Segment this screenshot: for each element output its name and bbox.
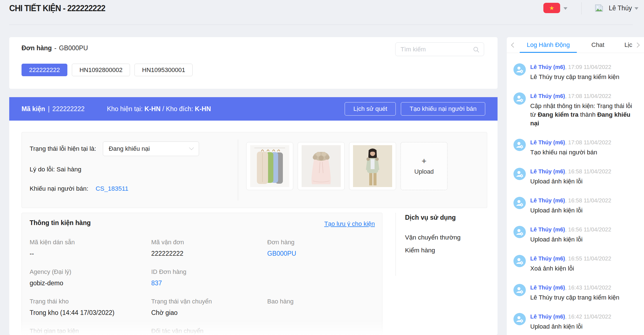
search-input[interactable] <box>396 43 484 56</box>
error-status-select[interactable]: Đang khiếu nại <box>103 142 199 156</box>
user-gear-avatar-icon <box>513 168 526 180</box>
log-body: Lê Thúy (m6), 16:58 11/04/2022 Upload ản… <box>530 197 639 215</box>
info-field-value: Trong kho (14:44 17/03/2022) <box>30 309 151 317</box>
order-package-tabs: 222222222HN1092800002HN1095300001 <box>22 64 193 76</box>
sidebar-tab[interactable]: Log Hành Động <box>520 37 577 53</box>
create-seller-claim-button[interactable]: Tạo khiếu nại người bán <box>401 102 485 116</box>
services-title: Dịch vụ sử dụng <box>405 214 482 221</box>
sidebar-tab[interactable]: Chat <box>583 37 613 53</box>
order-card: Đơn hàng-GB000PU 222222222HN1092800002HN… <box>9 37 498 89</box>
activity-log-list: Lê Thúy (m6), 17:09 11/04/2022 Lê Thúy t… <box>507 53 644 335</box>
info-field-label: Đơn hàng <box>267 239 377 246</box>
service-item: Kiểm hàng <box>405 247 482 254</box>
user-gear-avatar-icon <box>513 63 526 76</box>
log-head: Lê Thúy (m6), 16:42 11/04/2022 <box>530 313 639 320</box>
log-message: Xoá ảnh kiện lỗi <box>530 264 639 273</box>
flag-caret-icon <box>564 7 567 10</box>
log-timestamp: , 16:56 11/04/2022 <box>565 226 611 233</box>
log-user-name: Lê Thúy (m6) <box>530 93 565 99</box>
info-row: Agency (Đại lý)gobiz-demoID Đơn hàng837 <box>30 268 377 288</box>
vertical-divider <box>238 140 238 200</box>
scan-history-button[interactable]: Lịch sử quét <box>345 102 396 116</box>
log-entry: Lê Thúy (m6), 16:43 11/04/2022 Lê Thúy t… <box>513 284 639 302</box>
order-package-tab[interactable]: HN1092800002 <box>72 64 130 76</box>
order-package-tab[interactable]: 222222222 <box>22 64 67 76</box>
info-field: Thời gian tạo kiện <box>30 327 151 335</box>
info-field <box>267 327 377 335</box>
log-timestamp: , 16:58 11/04/2022 <box>565 168 611 174</box>
package-error-photo-3[interactable] <box>349 142 396 190</box>
search-box[interactable] <box>395 42 484 56</box>
log-entry: Lê Thúy (m6), 16:58 11/04/2022 Upload ản… <box>513 197 639 215</box>
sidebar-tabbar: Log Hành ĐộngChatLịc <box>507 37 644 53</box>
info-field-value: gobiz-demo <box>30 279 151 288</box>
info-field: Đơn hàngGB000PU <box>267 239 377 258</box>
info-row: Trạng thái khoTrong kho (14:44 17/03/202… <box>30 298 377 317</box>
log-message: Upload ảnh kiện lỗi <box>530 206 639 215</box>
package-info-grid: Mã kiện dán sẵn--Mã vận đơn222222222Đơn … <box>30 239 377 335</box>
log-timestamp: , 17:09 11/04/2022 <box>565 64 611 70</box>
log-entry: Lê Thúy (m6), 16:56 11/04/2022 Upload ản… <box>513 226 639 244</box>
info-field-label: Mã vận đơn <box>151 239 267 246</box>
log-message: Upload ảnh kiện lỗi <box>530 177 639 186</box>
chevron-down-icon <box>189 145 194 150</box>
log-body: Lê Thúy (m6), 16:55 11/04/2022 Xoá ảnh k… <box>530 255 639 273</box>
upload-button[interactable]: + Upload <box>401 142 448 190</box>
seller-claim-label: Khiếu nại người bán: <box>30 185 88 192</box>
log-head: Lê Thúy (m6), 17:08 11/04/2022 <box>530 139 639 146</box>
log-user-name: Lê Thúy (m6) <box>530 139 565 145</box>
order-package-tab[interactable]: HN1095300001 <box>134 64 193 76</box>
info-field: ID Đơn hàng837 <box>151 268 267 288</box>
error-status-value: Đang khiếu nại <box>109 145 150 152</box>
sidebar-tab[interactable]: Lịc <box>619 37 632 53</box>
order-label: Đơn hàng <box>22 44 52 52</box>
log-head: Lê Thúy (m6), 16:43 11/04/2022 <box>530 284 639 291</box>
info-field: Đối tác vận chuyển <box>151 327 267 335</box>
page-title: CHI TIẾT KIỆN - 222222222 <box>9 2 105 15</box>
seller-claim-link[interactable]: CS_183511 <box>96 185 128 192</box>
pink-coat-photo <box>302 145 341 187</box>
plus-icon: + <box>422 157 427 165</box>
package-detail-card: Trạng thái lỗi hiện tại là: Đang khiếu n… <box>9 121 498 335</box>
info-field-label: ID Đơn hàng <box>151 268 267 276</box>
log-timestamp: , 17:08 11/04/2022 <box>565 139 611 145</box>
user-gear-avatar-icon <box>513 139 526 151</box>
model-photo <box>353 145 392 187</box>
services-section: Dịch vụ sử dụng Vận chuyển thườngKiểm hà… <box>396 213 482 276</box>
order-code: GB000PU <box>59 44 88 52</box>
log-body: Lê Thúy (m6), 16:42 11/04/2022 Upload ản… <box>530 313 639 331</box>
language-flag-button[interactable]: ★ <box>543 3 560 13</box>
package-error-photo-2[interactable] <box>298 142 345 190</box>
service-item: Vận chuyển thường <box>405 234 482 241</box>
error-status-row: Trạng thái lỗi hiện tại là: Đang khiếu n… <box>30 142 199 156</box>
package-actions: Lịch sử quétTạo khiếu nại người bán <box>345 102 485 116</box>
info-row: Thời gian tạo kiệnĐối tác vận chuyển <box>30 327 377 335</box>
info-field-value-link[interactable]: 837 <box>151 279 267 288</box>
user-menu[interactable]: Lê Thúy <box>609 4 632 12</box>
error-status-label: Trạng thái lỗi hiện tại là: <box>30 145 96 152</box>
tabs-scroll-left-icon[interactable] <box>511 42 516 47</box>
warehouse-info: Kho hiện tại: K-HN / Kho đích: K-HN <box>107 105 211 113</box>
tabs-scroll-right-icon[interactable] <box>634 42 640 47</box>
log-head: Lê Thúy (m6), 16:56 11/04/2022 <box>530 226 639 233</box>
package-header-bar: Mã kiện|222222222 Kho hiện tại: K-HN / K… <box>9 97 498 121</box>
info-field-value-link[interactable]: GB000PU <box>267 250 377 258</box>
info-field-value: 222222222 <box>151 250 267 258</box>
search-icon[interactable] <box>473 46 480 54</box>
info-field: Agency (Đại lý)gobiz-demo <box>30 268 151 288</box>
header-divider <box>581 2 582 15</box>
sidebar-tabs: Log Hành ĐộngChatLịc <box>520 37 632 53</box>
log-timestamp: , 16:58 11/04/2022 <box>565 197 611 204</box>
log-entry: Lê Thúy (m6), 17:08 11/04/2022 Tạo khiếu… <box>513 139 639 157</box>
log-message: Upload ảnh kiện lỗi <box>530 322 639 331</box>
info-field: Mã kiện dán sẵn-- <box>30 239 151 258</box>
log-body: Lê Thúy (m6), 17:09 11/04/2022 Lê Thúy t… <box>530 63 639 81</box>
log-entry: Lê Thúy (m6), 17:08 11/04/2022 Cập nhật … <box>513 92 639 128</box>
package-info-title: Thông tin kiện hàng <box>30 219 91 227</box>
info-field-label: Đối tác vận chuyển <box>151 327 267 335</box>
log-message: Lê Thúy truy cập trang kiểm kiện <box>530 293 639 302</box>
log-head: Lê Thúy (m6), 16:55 11/04/2022 <box>530 255 639 262</box>
create-note-link[interactable]: Tạo lưu ý cho kiện <box>324 220 375 228</box>
log-timestamp: , 16:43 11/04/2022 <box>565 284 611 291</box>
package-error-photo-1[interactable] <box>246 142 293 190</box>
